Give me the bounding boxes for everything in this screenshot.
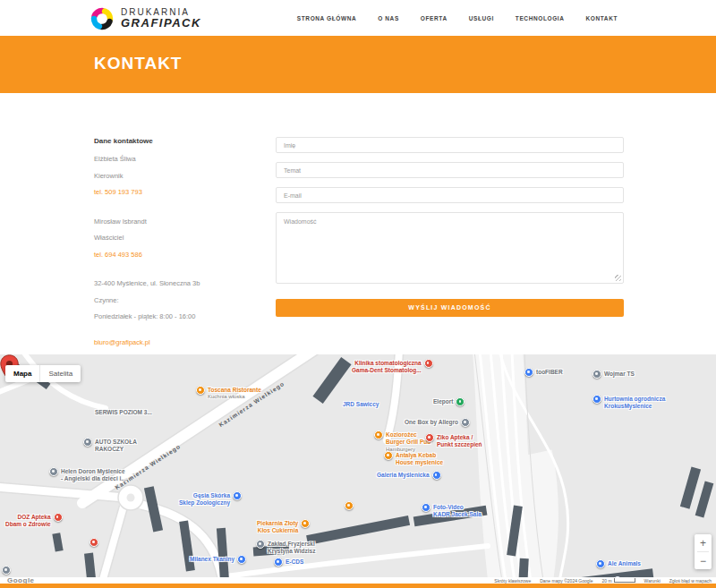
zoom-in-button[interactable]: + bbox=[695, 534, 712, 551]
map-poi-klinika[interactable]: Klinika stomatologiczna Gama-Dent Stomat… bbox=[352, 360, 433, 375]
nav-item-technologia[interactable]: TECHNOLOGIA bbox=[516, 15, 565, 21]
poi-parcel-locker-icon bbox=[461, 418, 470, 427]
phone-link[interactable]: tel. 509 193 793 bbox=[94, 188, 268, 198]
map-scale: 20 m bbox=[601, 578, 635, 584]
map-poi-ale-animals[interactable]: Ale Animals bbox=[596, 560, 641, 568]
person-name: Elżbieta Śliwa bbox=[94, 155, 268, 165]
poi-health-icon bbox=[424, 359, 433, 368]
poi-pharmacy-icon bbox=[54, 513, 63, 522]
person-role: Kierownik bbox=[94, 172, 268, 182]
poi-bakery-icon bbox=[301, 519, 310, 528]
poi-dot-icon[interactable] bbox=[2, 566, 11, 575]
poi-driving-school-icon bbox=[83, 438, 92, 447]
send-message-button[interactable]: WYŚLIJ WIADOMOŚĆ bbox=[276, 299, 624, 317]
map-type-controls: Mapa Satelita bbox=[5, 365, 81, 382]
map-poi-koziorozec[interactable]: Koziorożec Burger Grill Pub Hamburgery bbox=[374, 431, 430, 454]
map-poi-ziko[interactable]: Ziko Apteka / Punkt szczepień bbox=[425, 434, 482, 449]
page: DRUKARNIA GRAFIPACK STRONA GŁÓWNA O NAS … bbox=[0, 0, 716, 588]
name-field[interactable] bbox=[276, 137, 624, 153]
zoom-out-button[interactable]: − bbox=[695, 552, 712, 569]
report-map-error-link[interactable]: Zgłoś błąd w mapach bbox=[669, 578, 712, 584]
map-poi-onebox[interactable]: One Box by Allegro bbox=[405, 419, 470, 427]
poi-ev-charger-icon bbox=[456, 397, 465, 406]
logo-line2: GRAFIPACK bbox=[121, 17, 201, 30]
poi-mall-icon bbox=[432, 471, 441, 480]
nav-item-o-nas[interactable]: O NAS bbox=[378, 15, 399, 21]
poi-shop-icon bbox=[592, 395, 601, 404]
phone-link[interactable]: tel. 694 493 586 bbox=[94, 251, 268, 260]
cmyk-pinwheel-icon bbox=[89, 5, 115, 32]
scale-bar bbox=[614, 578, 635, 583]
map-zoom-controls: + − bbox=[695, 534, 712, 569]
poi-business-icon bbox=[274, 558, 283, 567]
nav-item-oferta[interactable]: OFERTA bbox=[421, 15, 448, 21]
poi-fabric-shop-icon bbox=[237, 555, 246, 564]
poi-business-icon bbox=[592, 370, 601, 379]
poi-restaurant-icon bbox=[384, 451, 393, 460]
map-poi-eleport[interactable]: Eleport bbox=[433, 398, 465, 406]
map-poi-toscana[interactable]: Toscana Ristorante Kuchnia włoska bbox=[196, 387, 261, 401]
map-poi-galeria[interactable]: Galeria Myślenicka bbox=[377, 472, 441, 480]
map-poi-doz-apteka[interactable]: DOZ Apteka Dbam o Zdrowie bbox=[5, 514, 63, 529]
map-poi-hurtownia[interactable]: Hurtownia ogrodnicza KrokusMyslenice bbox=[592, 396, 665, 411]
map-poi-gesia-skorka[interactable]: Gęsia Skórka Sklep Zoologiczny bbox=[179, 492, 242, 507]
map-attribution-bar: Google Skróty klawiszowe Dane mapy ©2024… bbox=[0, 577, 716, 584]
hours-label: Czynne: bbox=[94, 296, 268, 306]
map-poi-antalya[interactable]: Antalya Kebab House myslenice bbox=[384, 452, 443, 467]
poi-hairdresser-icon bbox=[256, 540, 265, 549]
page-banner: KONTAKT bbox=[0, 36, 716, 93]
subject-field[interactable] bbox=[276, 162, 624, 178]
poi-school-icon bbox=[49, 467, 58, 476]
poi-dot-icon[interactable] bbox=[345, 501, 354, 510]
map-embed[interactable]: Kazimierza Wielkiego Kazimierza Wielkieg… bbox=[0, 354, 716, 584]
terms-link[interactable]: Warunki bbox=[644, 578, 661, 584]
poi-business-icon bbox=[524, 368, 533, 377]
contact-heading: Dane kontaktowe bbox=[94, 136, 268, 146]
footer-strip bbox=[0, 584, 716, 588]
map-poi-serwis[interactable]: SERWIS POZIOM 3... bbox=[95, 409, 152, 416]
nav-item-strona-glowna[interactable]: STRONA GŁÓWNA bbox=[297, 15, 356, 21]
map-poi-jrd[interactable]: JRD Sawiccy bbox=[343, 401, 379, 408]
keyboard-shortcuts-link[interactable]: Skróty klawiszowe bbox=[494, 578, 531, 584]
page-title: KONTAKT bbox=[94, 54, 182, 73]
map-poi-auto-szkola[interactable]: AUTO SZKOŁA RAKOCZY bbox=[83, 439, 137, 454]
main-nav: STRONA GŁÓWNA O NAS OFERTA USŁUGI TECHNO… bbox=[297, 0, 618, 36]
address: 32-400 Myślenice, ul. Słoneczna 3b bbox=[94, 279, 268, 289]
poi-pharmacy-icon bbox=[425, 433, 434, 442]
map-poi-ecds[interactable]: E-CDS bbox=[274, 558, 303, 567]
header: DRUKARNIA GRAFIPACK STRONA GŁÓWNA O NAS … bbox=[0, 0, 716, 36]
nav-item-uslugi[interactable]: USŁUGI bbox=[469, 15, 494, 21]
google-logo[interactable]: Google bbox=[7, 577, 35, 584]
nav-item-kontakt[interactable]: KONTAKT bbox=[586, 15, 618, 21]
map-poi-wojmar[interactable]: Wojmar TS bbox=[592, 371, 635, 379]
satellite-view-button[interactable]: Satelita bbox=[39, 365, 81, 382]
map-poi-toofiber[interactable]: tooFIBER bbox=[524, 369, 563, 377]
message-field-wrap bbox=[276, 212, 624, 284]
map-data-credit: Dane mapy ©2024 Google bbox=[540, 578, 592, 584]
poi-restaurant-icon bbox=[374, 430, 383, 439]
map-poi-fryzjer[interactable]: Zakład Fryzjerski Krystyna Widzisz bbox=[256, 541, 315, 556]
contact-form: WYŚLIJ WIADOMOŚĆ bbox=[276, 137, 624, 317]
email-field[interactable] bbox=[276, 187, 624, 203]
email-link[interactable]: biuro@grafipack.pl bbox=[94, 338, 268, 348]
map-poi-milanex[interactable]: Milanex Tkaniny bbox=[190, 556, 246, 564]
map-poi-piekarnia[interactable]: Piekarnia Złoty Kłos Cukiernia bbox=[257, 520, 310, 535]
poi-dot-icon[interactable] bbox=[90, 538, 98, 547]
poi-restaurant-icon bbox=[196, 386, 205, 395]
poi-pet-shop-icon bbox=[233, 491, 242, 500]
poi-photo-shop-icon bbox=[422, 503, 430, 512]
logo-text: DRUKARNIA GRAFIPACK bbox=[121, 7, 201, 30]
message-field[interactable] bbox=[276, 212, 624, 284]
map-poi-foto-video[interactable]: Foto-Video KADR Jacek Sala bbox=[422, 504, 482, 519]
map-poi-helen-doron[interactable]: Helen Doron Myślenice - Angielski dla dz… bbox=[49, 468, 126, 483]
person-name: Mirosław Isbrandt bbox=[94, 217, 268, 227]
logo[interactable]: DRUKARNIA GRAFIPACK bbox=[89, 5, 201, 32]
person-role: Właściciel bbox=[94, 234, 268, 243]
hours: Poniedziałek - piątek: 8:00 - 16:00 bbox=[94, 312, 268, 322]
contact-details: Dane kontaktowe Elżbieta Śliwa Kierownik… bbox=[94, 136, 268, 354]
map-view-button[interactable]: Mapa bbox=[5, 365, 39, 382]
poi-pet-shop-icon bbox=[596, 559, 605, 568]
